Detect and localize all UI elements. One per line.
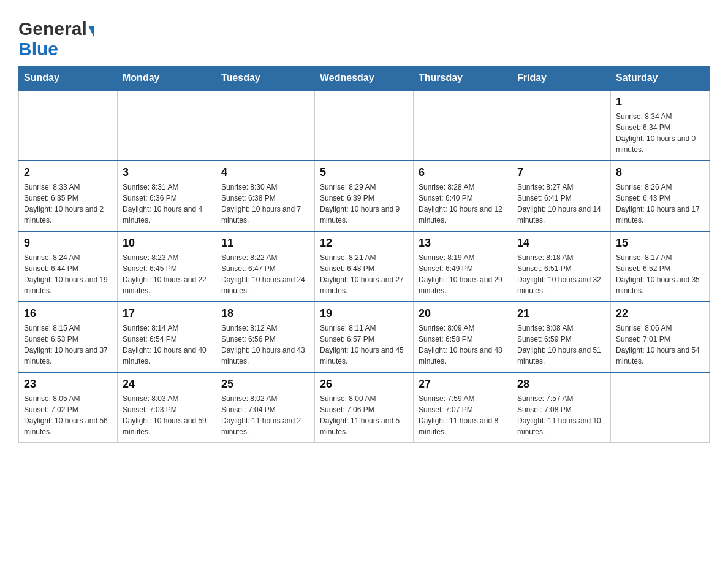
- column-header-tuesday: Tuesday: [216, 66, 315, 91]
- calendar-cell: [19, 90, 118, 161]
- day-number: 8: [616, 166, 704, 179]
- calendar-cell: 28Sunrise: 7:57 AMSunset: 7:08 PMDayligh…: [512, 372, 611, 443]
- day-number: 21: [517, 307, 605, 320]
- day-number: 18: [221, 307, 309, 320]
- day-number: 20: [419, 307, 507, 320]
- calendar-cell: 18Sunrise: 8:12 AMSunset: 6:56 PMDayligh…: [216, 302, 315, 372]
- day-info: Sunrise: 8:33 AMSunset: 6:35 PMDaylight:…: [24, 182, 112, 226]
- calendar-week-row: 1Sunrise: 8:34 AMSunset: 6:34 PMDaylight…: [19, 90, 710, 161]
- calendar-table: SundayMondayTuesdayWednesdayThursdayFrid…: [18, 66, 710, 443]
- day-info: Sunrise: 7:57 AMSunset: 7:08 PMDaylight:…: [517, 393, 605, 437]
- day-number: 1: [616, 96, 704, 109]
- day-info: Sunrise: 8:31 AMSunset: 6:36 PMDaylight:…: [123, 182, 211, 226]
- day-number: 4: [221, 166, 309, 179]
- day-number: 5: [320, 166, 408, 179]
- day-info: Sunrise: 8:27 AMSunset: 6:41 PMDaylight:…: [517, 182, 605, 226]
- day-number: 10: [123, 237, 211, 250]
- calendar-cell: 5Sunrise: 8:29 AMSunset: 6:39 PMDaylight…: [315, 161, 414, 231]
- calendar-cell: 7Sunrise: 8:27 AMSunset: 6:41 PMDaylight…: [512, 161, 611, 231]
- day-info: Sunrise: 8:17 AMSunset: 6:52 PMDaylight:…: [616, 252, 704, 296]
- calendar-cell: 26Sunrise: 8:00 AMSunset: 7:06 PMDayligh…: [315, 372, 414, 443]
- day-number: 25: [221, 378, 309, 391]
- day-info: Sunrise: 8:30 AMSunset: 6:38 PMDaylight:…: [221, 182, 309, 226]
- calendar-cell: 15Sunrise: 8:17 AMSunset: 6:52 PMDayligh…: [611, 231, 710, 302]
- day-info: Sunrise: 8:29 AMSunset: 6:39 PMDaylight:…: [320, 182, 408, 226]
- day-info: Sunrise: 8:02 AMSunset: 7:04 PMDaylight:…: [221, 393, 309, 437]
- calendar-cell: 17Sunrise: 8:14 AMSunset: 6:54 PMDayligh…: [118, 302, 216, 372]
- calendar-cell: 16Sunrise: 8:15 AMSunset: 6:53 PMDayligh…: [19, 302, 118, 372]
- day-info: Sunrise: 8:05 AMSunset: 7:02 PMDaylight:…: [24, 393, 112, 437]
- logo-arrow-icon: [88, 26, 94, 37]
- calendar-week-row: 23Sunrise: 8:05 AMSunset: 7:02 PMDayligh…: [19, 372, 710, 443]
- logo-general-text: General: [18, 18, 87, 39]
- calendar-cell: 14Sunrise: 8:18 AMSunset: 6:51 PMDayligh…: [512, 231, 611, 302]
- page-header: General Blue: [18, 12, 710, 59]
- day-info: Sunrise: 8:06 AMSunset: 7:01 PMDaylight:…: [616, 323, 704, 367]
- calendar-header-row: SundayMondayTuesdayWednesdayThursdayFrid…: [19, 66, 710, 91]
- day-info: Sunrise: 8:15 AMSunset: 6:53 PMDaylight:…: [24, 323, 112, 367]
- logo: General Blue: [18, 18, 94, 59]
- calendar-cell: [512, 90, 611, 161]
- day-number: 17: [123, 307, 211, 320]
- day-number: 28: [517, 378, 605, 391]
- calendar-cell: 19Sunrise: 8:11 AMSunset: 6:57 PMDayligh…: [315, 302, 414, 372]
- calendar-cell: 20Sunrise: 8:09 AMSunset: 6:58 PMDayligh…: [414, 302, 512, 372]
- day-info: Sunrise: 8:24 AMSunset: 6:44 PMDaylight:…: [24, 252, 112, 296]
- day-info: Sunrise: 8:21 AMSunset: 6:48 PMDaylight:…: [320, 252, 408, 296]
- day-number: 22: [616, 307, 704, 320]
- day-number: 23: [24, 378, 112, 391]
- column-header-saturday: Saturday: [611, 66, 710, 91]
- day-number: 24: [123, 378, 211, 391]
- calendar-cell: 24Sunrise: 8:03 AMSunset: 7:03 PMDayligh…: [118, 372, 216, 443]
- day-number: 9: [24, 237, 112, 250]
- day-number: 7: [517, 166, 605, 179]
- calendar-cell: 2Sunrise: 8:33 AMSunset: 6:35 PMDaylight…: [19, 161, 118, 231]
- day-number: 16: [24, 307, 112, 320]
- calendar-cell: [216, 90, 315, 161]
- calendar-week-row: 16Sunrise: 8:15 AMSunset: 6:53 PMDayligh…: [19, 302, 710, 372]
- calendar-cell: 10Sunrise: 8:23 AMSunset: 6:45 PMDayligh…: [118, 231, 216, 302]
- day-info: Sunrise: 8:09 AMSunset: 6:58 PMDaylight:…: [419, 323, 507, 367]
- calendar-cell: 3Sunrise: 8:31 AMSunset: 6:36 PMDaylight…: [118, 161, 216, 231]
- day-info: Sunrise: 8:26 AMSunset: 6:43 PMDaylight:…: [616, 182, 704, 226]
- calendar-cell: [414, 90, 512, 161]
- day-info: Sunrise: 8:03 AMSunset: 7:03 PMDaylight:…: [123, 393, 211, 437]
- column-header-monday: Monday: [118, 66, 216, 91]
- calendar-cell: 8Sunrise: 8:26 AMSunset: 6:43 PMDaylight…: [611, 161, 710, 231]
- day-info: Sunrise: 8:19 AMSunset: 6:49 PMDaylight:…: [419, 252, 507, 296]
- calendar-cell: 13Sunrise: 8:19 AMSunset: 6:49 PMDayligh…: [414, 231, 512, 302]
- calendar-cell: 4Sunrise: 8:30 AMSunset: 6:38 PMDaylight…: [216, 161, 315, 231]
- column-header-sunday: Sunday: [19, 66, 118, 91]
- day-info: Sunrise: 8:11 AMSunset: 6:57 PMDaylight:…: [320, 323, 408, 367]
- day-info: Sunrise: 8:34 AMSunset: 6:34 PMDaylight:…: [616, 111, 704, 155]
- day-number: 14: [517, 237, 605, 250]
- day-number: 27: [419, 378, 507, 391]
- calendar-cell: 1Sunrise: 8:34 AMSunset: 6:34 PMDaylight…: [611, 90, 710, 161]
- day-number: 3: [123, 166, 211, 179]
- calendar-cell: 21Sunrise: 8:08 AMSunset: 6:59 PMDayligh…: [512, 302, 611, 372]
- calendar-cell: 9Sunrise: 8:24 AMSunset: 6:44 PMDaylight…: [19, 231, 118, 302]
- calendar-cell: 23Sunrise: 8:05 AMSunset: 7:02 PMDayligh…: [19, 372, 118, 443]
- calendar-cell: 27Sunrise: 7:59 AMSunset: 7:07 PMDayligh…: [414, 372, 512, 443]
- day-info: Sunrise: 8:23 AMSunset: 6:45 PMDaylight:…: [123, 252, 211, 296]
- day-number: 13: [419, 237, 507, 250]
- calendar-cell: 6Sunrise: 8:28 AMSunset: 6:40 PMDaylight…: [414, 161, 512, 231]
- day-number: 26: [320, 378, 408, 391]
- calendar-cell: 25Sunrise: 8:02 AMSunset: 7:04 PMDayligh…: [216, 372, 315, 443]
- day-number: 12: [320, 237, 408, 250]
- day-number: 11: [221, 237, 309, 250]
- day-info: Sunrise: 8:14 AMSunset: 6:54 PMDaylight:…: [123, 323, 211, 367]
- day-info: Sunrise: 8:22 AMSunset: 6:47 PMDaylight:…: [221, 252, 309, 296]
- calendar-cell: [118, 90, 216, 161]
- day-number: 2: [24, 166, 112, 179]
- logo-blue-text: Blue: [18, 39, 58, 59]
- column-header-wednesday: Wednesday: [315, 66, 414, 91]
- calendar-cell: 11Sunrise: 8:22 AMSunset: 6:47 PMDayligh…: [216, 231, 315, 302]
- column-header-thursday: Thursday: [414, 66, 512, 91]
- calendar-cell: 12Sunrise: 8:21 AMSunset: 6:48 PMDayligh…: [315, 231, 414, 302]
- calendar-cell: [315, 90, 414, 161]
- day-info: Sunrise: 8:00 AMSunset: 7:06 PMDaylight:…: [320, 393, 408, 437]
- calendar-cell: [611, 372, 710, 443]
- calendar-week-row: 2Sunrise: 8:33 AMSunset: 6:35 PMDaylight…: [19, 161, 710, 231]
- day-info: Sunrise: 7:59 AMSunset: 7:07 PMDaylight:…: [419, 393, 507, 437]
